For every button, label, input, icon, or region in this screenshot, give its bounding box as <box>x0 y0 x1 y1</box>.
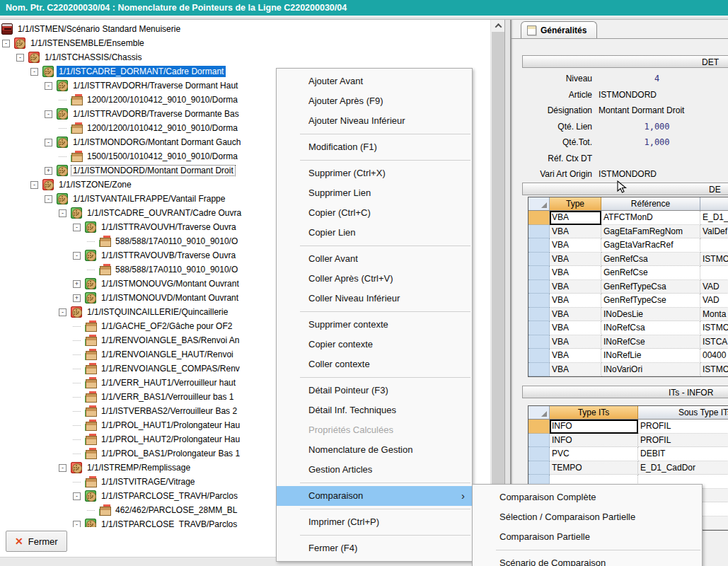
menu-item[interactable]: Fermer (F4) <box>277 538 472 558</box>
menu-item[interactable]: Supprimer Lien <box>277 183 472 203</box>
grid-cell[interactable]: VBA <box>550 211 601 225</box>
expand-icon[interactable]: + <box>73 280 81 288</box>
grid-row-header[interactable] <box>528 253 550 267</box>
tree-vertical-scrollbar[interactable] <box>490 20 504 527</box>
grid-cell[interactable]: E_D1_ <box>700 211 728 225</box>
collapse-icon[interactable]: - <box>59 464 67 472</box>
grid-cell[interactable]: VBA <box>550 225 601 239</box>
grid-cell[interactable] <box>700 266 728 280</box>
field-value[interactable]: ISTMONDORD <box>599 169 657 179</box>
grid-cell[interactable]: Monta <box>700 308 728 322</box>
collapse-icon[interactable]: - <box>16 54 24 62</box>
grid-cell[interactable]: ATFCTMonD <box>601 211 700 225</box>
menu-item[interactable]: Sélection / Comparaison Partielle <box>473 507 702 527</box>
grid-row-header[interactable] <box>528 447 550 461</box>
menu-item[interactable]: Gestion Articles <box>277 460 472 480</box>
collapse-icon[interactable]: - <box>73 492 81 500</box>
menu-item[interactable]: Supprimer (Ctrl+X) <box>277 163 472 183</box>
menu-item[interactable]: Ajouter Après (F9) <box>277 91 472 111</box>
grid-corner-cell[interactable] <box>528 197 550 210</box>
scroll-up-button[interactable] <box>491 20 505 32</box>
scrollbar-thumb[interactable] <box>492 32 504 485</box>
grid-row-header[interactable] <box>528 294 550 308</box>
menu-item[interactable]: Imprimer (Ctrl+P) <box>277 512 472 532</box>
grid-cell[interactable]: PROFIL <box>638 434 728 448</box>
grid-row-header[interactable] <box>528 349 550 363</box>
grid-row-header[interactable] <box>528 420 550 434</box>
menu-item[interactable]: Modification (F1) <box>277 137 472 157</box>
field-value[interactable]: 1,000 <box>599 137 715 147</box>
grid-column-header[interactable]: Référence <box>601 197 700 210</box>
tab-generalites[interactable]: Généralités <box>521 21 597 39</box>
grid-cell[interactable] <box>700 238 728 253</box>
grid-cell[interactable]: E_D1_CadDor <box>638 461 728 475</box>
collapse-icon[interactable]: - <box>45 82 52 90</box>
menu-item[interactable]: Détail Pointeur (F3) <box>277 381 472 400</box>
collapse-icon[interactable]: - <box>2 40 10 47</box>
grid-cell[interactable]: ISTCA <box>700 335 728 350</box>
menu-item[interactable]: Ajouter Avant <box>277 71 472 91</box>
collapse-icon[interactable]: - <box>30 181 38 189</box>
field-value[interactable]: Montant Dormant Droit <box>599 105 684 115</box>
menu-item[interactable]: Comparaison Partielle <box>473 527 702 547</box>
window-titlebar[interactable]: Nom. Ptr. C220200030/04 : Nomenclature d… <box>0 0 728 16</box>
menu-item[interactable]: Scénario de Comparaison <box>473 553 702 566</box>
grid-row-header[interactable] <box>528 321 550 335</box>
grid-cell[interactable]: VBA <box>550 253 601 267</box>
grid-cell[interactable]: PVC <box>550 447 638 461</box>
menu-item[interactable]: Comparaison Complète <box>473 487 702 507</box>
grid-cell[interactable]: ISTMO <box>700 253 728 267</box>
grid-cell[interactable]: ISTMO <box>700 321 728 335</box>
menu-item[interactable]: Copier Lien <box>277 223 472 243</box>
grid-cell[interactable]: GenRefTypeCse <box>601 294 700 308</box>
collapse-icon[interactable]: - <box>73 224 81 231</box>
close-button[interactable]: ✕ Fermer <box>6 531 67 552</box>
field-value[interactable]: 4 <box>599 74 715 83</box>
tree-item[interactable]: -1/1/ISTENSEMBLE/Ensemble <box>0 36 490 50</box>
collapse-icon[interactable]: - <box>45 139 52 146</box>
grid-cell[interactable]: GagEtaVarRacRef <box>601 238 700 253</box>
grid-cell[interactable]: VBA <box>550 280 601 294</box>
grid-cell[interactable]: VBA <box>550 294 601 308</box>
field-value[interactable]: 1,000 <box>599 122 715 132</box>
collapse-icon[interactable]: - <box>73 521 81 528</box>
menu-item[interactable]: Comparaison› <box>277 486 472 506</box>
grid-row-header[interactable] <box>528 434 550 448</box>
grid-cell[interactable]: VBA <box>550 335 601 350</box>
grid-cell[interactable]: VAD <box>700 294 728 308</box>
menu-item[interactable]: Coller contexte <box>277 354 472 374</box>
menu-item[interactable]: Copier (Ctrl+C) <box>277 203 472 223</box>
menu-item[interactable]: Coller Avant <box>277 249 472 269</box>
references-grid[interactable]: TypeRéférenceVBAATFCTMonDE_D1_VBAGagEtaF… <box>528 197 728 377</box>
expand-icon[interactable]: + <box>73 294 81 302</box>
grid-cell[interactable]: VBA <box>550 321 601 335</box>
grid-cell[interactable]: GenRefCsa <box>601 253 700 267</box>
menu-item[interactable]: Propriétés Calculées <box>277 420 472 440</box>
grid-cell[interactable]: GagEtaFamRegNom <box>601 225 700 239</box>
menu-item[interactable]: Coller Niveau Inférieur <box>277 289 472 308</box>
grid-cell[interactable]: DEBIT <box>638 447 728 461</box>
grid-row-header[interactable] <box>528 266 550 280</box>
menu-item[interactable]: Ajouter Niveau Inférieur <box>277 111 472 131</box>
grid-row-header[interactable] <box>528 225 550 239</box>
grid-cell[interactable]: PROFIL <box>638 420 728 434</box>
grid-row-header[interactable] <box>528 211 550 225</box>
menu-item[interactable]: Supprimer contexte <box>277 315 472 335</box>
grid-cell[interactable]: INoRefLie <box>601 349 700 363</box>
grid-cell[interactable]: VAD <box>700 280 728 294</box>
grid-cell[interactable]: VBA <box>550 266 601 280</box>
grid-row-header[interactable] <box>528 308 550 322</box>
grid-cell[interactable]: 00400 <box>700 349 728 363</box>
expand-icon[interactable]: + <box>45 167 52 175</box>
tree-item[interactable]: -1/1/ISTCHASSIS/Chassis <box>0 50 490 64</box>
collapse-icon[interactable]: - <box>73 252 81 260</box>
grid-corner-cell[interactable] <box>528 406 550 419</box>
grid-column-header[interactable]: Sous Type ITs <box>638 406 728 419</box>
field-value[interactable]: ISTMONDORD <box>599 90 657 100</box>
collapse-icon[interactable]: - <box>45 195 52 203</box>
grid-cell[interactable]: VBA <box>550 363 601 377</box>
grid-row-header[interactable] <box>528 280 550 294</box>
grid-cell[interactable]: ISTMO <box>700 363 728 377</box>
collapse-icon[interactable]: - <box>59 209 67 217</box>
grid-cell[interactable]: VBA <box>550 238 601 253</box>
